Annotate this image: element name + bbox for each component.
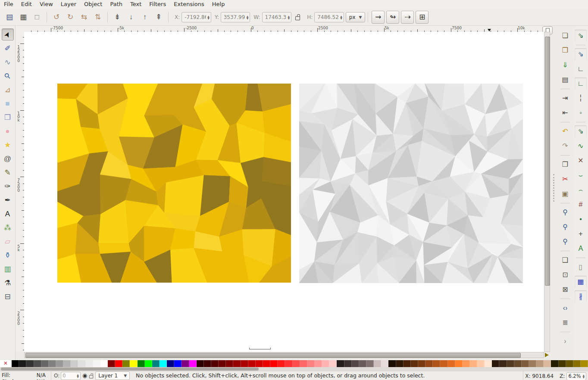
palette-swatch-24[interactable]	[181, 360, 189, 367]
horizontal-scrollbar-thumb[interactable]	[25, 353, 521, 358]
lower-selection-button[interactable]: ↓	[125, 11, 138, 24]
palette-swatch-50[interactable]	[374, 360, 381, 367]
snap-rotation-centers-toggle[interactable]: +	[575, 228, 587, 240]
palette-swatch-39[interactable]	[293, 360, 300, 367]
ellipse-tool[interactable]: ●	[2, 125, 14, 137]
palette-swatch-21[interactable]	[160, 360, 167, 367]
palette-swatch-48[interactable]	[359, 360, 366, 367]
palette-swatch-3[interactable]	[26, 360, 34, 367]
menu-view[interactable]: View	[36, 0, 57, 9]
palette-swatch-67[interactable]	[499, 360, 507, 367]
w-field[interactable]: 17463.3▲▼	[262, 12, 292, 22]
deselect-button[interactable]: □	[31, 11, 44, 24]
opacity-spinbox[interactable]: 0 ▲▼	[61, 372, 81, 380]
zoom-tool[interactable]: ⚲	[2, 70, 14, 82]
rotate-cw-button[interactable]: ↻	[64, 11, 77, 24]
palette-swatch-13[interactable]	[100, 360, 108, 367]
menu-path[interactable]: Path	[106, 0, 126, 9]
palette-swatch-70[interactable]	[522, 360, 529, 367]
connector-tool[interactable]: ⊟	[2, 290, 14, 302]
palette-swatch-65[interactable]	[485, 360, 492, 367]
new-document-button[interactable]: ❏	[559, 30, 571, 42]
palette-scrollbar-thumb[interactable]	[1, 368, 259, 371]
palette-swatch-31[interactable]	[233, 360, 241, 367]
scale-rect-corners-toggle[interactable]: ↬	[386, 11, 399, 24]
duplicate-button[interactable]: ❑	[559, 254, 571, 266]
palette-swatch-23[interactable]	[174, 360, 181, 367]
palette-swatch-51[interactable]	[381, 360, 388, 367]
y-field[interactable]: 3537.99▲▼	[221, 12, 250, 22]
zoom-spin-arrows[interactable]: ▲▼	[582, 374, 585, 378]
open-document-button[interactable]: ❒	[559, 44, 571, 56]
snap-smooth-nodes-toggle[interactable]: ⌢	[575, 184, 587, 196]
print-document-button[interactable]: ▤	[559, 74, 571, 86]
unlink-clone-button[interactable]: ⊠	[559, 283, 571, 296]
palette-swatch-47[interactable]	[352, 360, 359, 367]
palette-swatch-57[interactable]	[425, 360, 433, 367]
palette-swatch-11[interactable]	[86, 360, 93, 367]
snap-page-border-toggle[interactable]: ▯	[575, 261, 587, 273]
snap-toolbar-grip[interactable]	[553, 174, 554, 202]
snap-text-baseline-toggle[interactable]: A	[575, 243, 587, 255]
palette-swatch-66[interactable]	[492, 360, 499, 367]
box-3d-tool[interactable]: ❒	[2, 111, 14, 123]
commands-overflow-chevron[interactable]: ›	[559, 335, 571, 347]
palette-swatch-19[interactable]	[145, 360, 152, 367]
tweak-tool[interactable]: ∿	[2, 56, 14, 68]
palette-swatch-37[interactable]	[278, 360, 285, 367]
snap-bbox-centers-toggle[interactable]: ◦	[575, 107, 587, 119]
paste-button[interactable]: ▣	[559, 188, 571, 200]
layer-visibility-eye-icon[interactable]: ◉	[82, 372, 87, 380]
menu-text[interactable]: Text	[126, 0, 145, 9]
bezier-tool[interactable]: ✑	[2, 180, 14, 192]
palette-swatch-32[interactable]	[241, 360, 248, 367]
palette-swatch-73[interactable]	[544, 360, 551, 367]
palette-swatch-38[interactable]	[285, 360, 292, 367]
vertical-scrollbar[interactable]	[544, 32, 550, 352]
move-gradients-toggle[interactable]: ⇢	[401, 11, 414, 24]
palette-swatch-76[interactable]	[566, 360, 573, 367]
vertical-ruler[interactable]: 1250010k75005k2500	[16, 32, 25, 352]
palette-swatch-52[interactable]	[388, 360, 396, 367]
snap-bounding-box-toggle[interactable]: ⇘	[575, 48, 587, 60]
palette-swatch-34[interactable]	[256, 360, 263, 367]
palette-swatch-36[interactable]	[270, 360, 278, 367]
raise-selection-button[interactable]: ↑	[138, 11, 151, 24]
palette-swatch-15[interactable]	[115, 360, 122, 367]
xml-editor-button[interactable]: ‹›	[559, 302, 571, 314]
snap-nodes-toggle[interactable]: ⇘	[575, 125, 587, 137]
palette-swatch-14[interactable]	[108, 360, 115, 367]
palette-swatch-2[interactable]	[19, 360, 26, 367]
snap-path-intersections-toggle[interactable]: ✕	[575, 155, 587, 167]
rotate-ccw-button[interactable]: ↺	[50, 11, 63, 24]
palette-swatch-78[interactable]	[581, 360, 588, 367]
zoom-to-page-button[interactable]: ⚲	[559, 236, 571, 248]
layer-select[interactable]: Layer 1 ▼	[95, 371, 130, 380]
palette-swatch-1[interactable]	[12, 360, 19, 367]
w-spin-arrows[interactable]: ▲▼	[288, 15, 290, 19]
snap-bbox-corners-toggle[interactable]: ∟	[575, 78, 587, 90]
snap-grids-toggle[interactable]: ▦	[575, 276, 587, 288]
palette-swatch-69[interactable]	[514, 360, 522, 367]
palette-swatch-16[interactable]	[122, 360, 130, 367]
canvas-image-yellow-lowpoly[interactable]	[57, 84, 291, 283]
palette-swatch-30[interactable]	[226, 360, 233, 367]
palette-swatch-77[interactable]	[573, 360, 581, 367]
palette-swatch-26[interactable]	[197, 360, 204, 367]
palette-swatch-20[interactable]	[152, 360, 160, 367]
undo-button[interactable]: ↶	[559, 125, 571, 137]
create-clone-button[interactable]: ⊡	[559, 269, 571, 281]
flip-horizontal-button[interactable]: ⇆	[78, 11, 91, 24]
x-field[interactable]: -7192.86▲▼	[181, 12, 211, 22]
menu-filters[interactable]: Filters	[145, 0, 170, 9]
spray-tool[interactable]: ⁂	[2, 221, 14, 234]
palette-swatch-59[interactable]	[440, 360, 447, 367]
cut-button[interactable]: ✂	[559, 173, 571, 185]
palette-swatch-9[interactable]	[71, 360, 78, 367]
palette-swatch-none[interactable]: ✕	[0, 360, 12, 367]
menu-help[interactable]: Help	[208, 0, 229, 9]
dropper-tool[interactable]: ⚗	[2, 277, 14, 289]
palette-swatch-49[interactable]	[366, 360, 374, 367]
layer-lock-icon[interactable]	[89, 375, 93, 379]
palette-swatch-28[interactable]	[211, 360, 219, 367]
